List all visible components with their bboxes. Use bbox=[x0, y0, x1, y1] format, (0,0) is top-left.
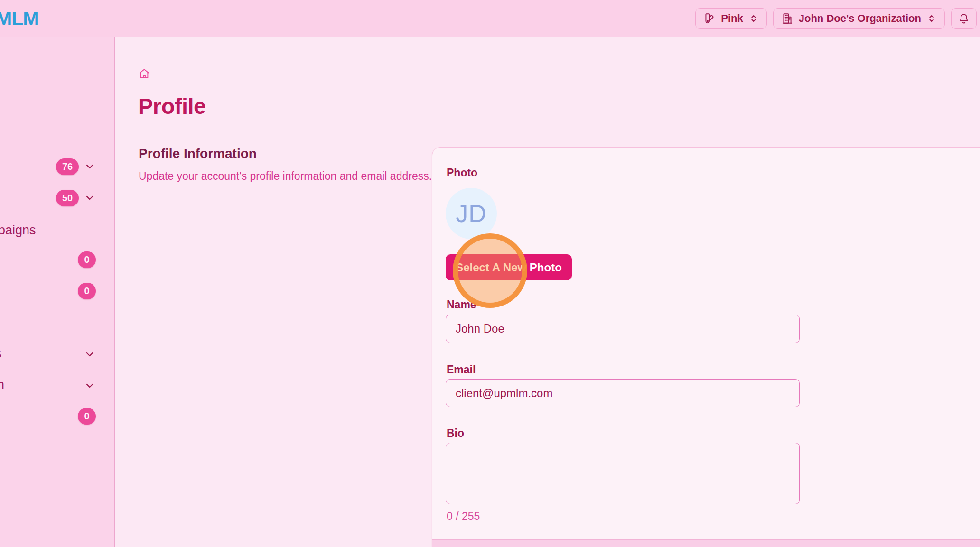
section-heading: Profile Information bbox=[139, 146, 257, 161]
sidebar: 76 50 paigns 0 0 s n 0 bbox=[0, 37, 115, 547]
topbar-actions: Pink John Doe's Org bbox=[695, 8, 977, 29]
name-label: Name bbox=[447, 298, 476, 311]
chevron-up-down-icon bbox=[926, 13, 937, 24]
building-icon bbox=[781, 12, 793, 25]
theme-selector-label: Pink bbox=[721, 12, 743, 25]
screen: MLM Pink bbox=[0, 0, 980, 547]
sidebar-count-badge: 0 bbox=[78, 251, 96, 268]
sidebar-count-badge: 0 bbox=[78, 408, 96, 425]
card-footer bbox=[432, 539, 980, 547]
chevron-down-icon[interactable] bbox=[84, 161, 95, 172]
bio-character-counter: 0 / 255 bbox=[447, 510, 480, 523]
organization-selector[interactable]: John Doe's Organization bbox=[773, 8, 945, 29]
name-input[interactable] bbox=[446, 315, 800, 343]
breadcrumb-home-icon[interactable] bbox=[137, 66, 152, 82]
avatar-initials: JD bbox=[456, 199, 487, 228]
chevron-down-icon[interactable] bbox=[84, 192, 95, 204]
bio-textarea[interactable] bbox=[446, 443, 800, 504]
chevron-down-icon[interactable] bbox=[84, 349, 95, 360]
sidebar-count-badge: 76 bbox=[56, 158, 79, 175]
topbar: MLM Pink bbox=[0, 0, 980, 37]
email-label: Email bbox=[447, 363, 476, 376]
sidebar-item[interactable]: s bbox=[0, 346, 2, 361]
section-description: Update your account's profile informatio… bbox=[139, 170, 432, 183]
app-logo: MLM bbox=[0, 0, 38, 37]
theme-selector[interactable]: Pink bbox=[695, 8, 766, 29]
swatch-icon bbox=[703, 12, 716, 25]
notifications-button[interactable] bbox=[951, 8, 977, 29]
sidebar-item[interactable]: n bbox=[0, 378, 4, 392]
email-input[interactable] bbox=[446, 379, 800, 407]
page-title: Profile bbox=[138, 93, 206, 119]
avatar: JD bbox=[446, 188, 497, 239]
organization-selector-label: John Doe's Organization bbox=[799, 12, 921, 25]
sidebar-count-badge: 50 bbox=[56, 190, 79, 206]
profile-card: Photo JD Select A New Photo Name Email B… bbox=[432, 147, 980, 547]
chevron-down-icon[interactable] bbox=[84, 380, 95, 391]
photo-label: Photo bbox=[447, 167, 477, 179]
bell-icon bbox=[958, 12, 970, 25]
bio-label: Bio bbox=[447, 427, 464, 440]
sidebar-count-badge: 0 bbox=[78, 283, 96, 299]
chevron-up-down-icon bbox=[748, 13, 759, 24]
sidebar-item-campaigns[interactable]: paigns bbox=[0, 223, 36, 238]
select-new-photo-button[interactable]: Select A New Photo bbox=[446, 254, 572, 280]
